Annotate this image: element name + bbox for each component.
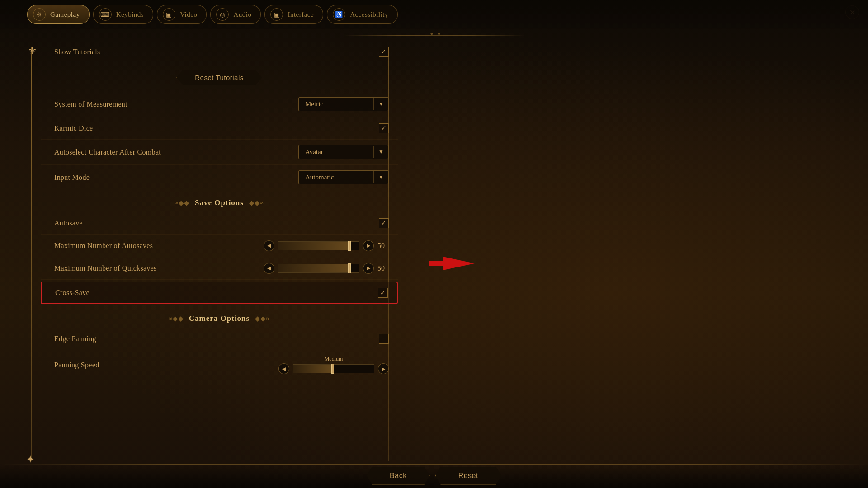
tab-audio-label: Audio [233, 11, 251, 19]
system-measurement-label: System of Measurement [54, 100, 127, 108]
back-button[interactable]: Back [367, 467, 430, 485]
panning-speed-decrease[interactable]: ◀ [278, 363, 289, 374]
keybinds-icon: ⌨ [99, 8, 112, 21]
autosave-label: Autosave [54, 219, 83, 227]
autosave-row: Autosave [41, 212, 398, 235]
input-mode-value: Automatic [299, 171, 373, 184]
tab-keybinds[interactable]: ⌨ Keybinds [93, 5, 154, 24]
edge-panning-row: Edge Panning [41, 328, 398, 350]
max-quicksaves-row: Maximum Number of Quicksaves ◀ ▶ 50 [41, 257, 398, 280]
panning-speed-control: ◀ ▶ [278, 363, 389, 374]
tab-interface-label: Interface [288, 11, 314, 19]
gameplay-icon: ⚙ [33, 8, 46, 21]
karmic-dice-row: Karmic Dice [41, 117, 398, 140]
max-autosaves-label: Maximum Number of Autosaves [54, 242, 153, 250]
tab-audio[interactable]: ◎ Audio [210, 5, 261, 24]
input-mode-dropdown[interactable]: Automatic ▼ [298, 170, 389, 184]
reset-tutorials-button[interactable]: Reset Tutorials [176, 70, 262, 85]
settings-panel: Show Tutorials Reset Tutorials System of… [41, 41, 398, 465]
camera-ornament-left: ≈◆◆ [169, 315, 184, 323]
tab-accessibility-label: Accessibility [350, 11, 388, 19]
system-measurement-value: Metric [299, 98, 373, 111]
left-accent-line [31, 47, 32, 461]
reset-button[interactable]: Reset [435, 467, 501, 485]
panning-speed-fill [293, 365, 334, 373]
interface-icon: ▣ [270, 8, 283, 21]
max-autosaves-decrease[interactable]: ◀ [264, 240, 274, 251]
cross-save-row: Cross-Save [41, 282, 398, 304]
max-quicksaves-handle [348, 263, 351, 273]
panning-speed-row: Panning Speed Medium ◀ ▶ [41, 350, 398, 380]
max-autosaves-track[interactable] [278, 241, 359, 250]
accessibility-icon: ♿ [333, 8, 345, 21]
tab-gameplay-label: Gameplay [50, 11, 80, 19]
video-icon: ▣ [163, 8, 175, 21]
camera-options-title: Camera Options [189, 314, 250, 323]
tab-gameplay[interactable]: ⚙ Gameplay [27, 5, 90, 24]
tab-interface[interactable]: ▣ Interface [264, 5, 323, 24]
max-quicksaves-track[interactable] [278, 264, 359, 273]
highlight-arrow [429, 257, 475, 270]
max-autosaves-fill [278, 242, 351, 250]
left-line-top-ornament: ⚜ [28, 45, 37, 57]
max-autosaves-handle [348, 241, 351, 251]
autoselect-character-value: Avatar [299, 145, 373, 159]
input-mode-row: Input Mode Automatic ▼ [41, 165, 398, 190]
save-options-title: Save Options [195, 198, 244, 207]
tab-video-label: Video [180, 11, 197, 19]
autoselect-character-row: Autoselect Character After Combat Avatar… [41, 140, 398, 165]
panning-speed-label: Panning Speed [54, 361, 99, 369]
max-autosaves-row: Maximum Number of Autosaves ◀ ▶ 50 [41, 235, 398, 257]
panning-speed-handle [331, 364, 334, 374]
tab-keybinds-label: Keybinds [116, 11, 144, 19]
edge-panning-label: Edge Panning [54, 335, 96, 343]
show-tutorials-row: Show Tutorials [41, 41, 398, 63]
camera-options-header: ≈◆◆ Camera Options ◆◆≈ [41, 306, 398, 328]
nav-bar: ⚙ Gameplay ⌨ Keybinds ▣ Video ◎ Audio ▣ … [0, 0, 868, 29]
input-mode-arrow: ▼ [373, 171, 388, 183]
max-quicksaves-value: 50 [377, 264, 389, 272]
reset-tutorials-row: Reset Tutorials [41, 63, 398, 92]
audio-icon: ◎ [216, 8, 229, 21]
cross-save-label: Cross-Save [55, 289, 90, 297]
bottom-bar: Back Reset [0, 463, 868, 488]
save-options-header: ≈◆◆ Save Options ◆◆≈ [41, 190, 398, 212]
autosave-checkbox[interactable] [379, 218, 389, 228]
autoselect-character-dropdown[interactable]: Avatar ▼ [298, 145, 389, 159]
system-measurement-arrow: ▼ [373, 98, 388, 110]
max-autosaves-value: 50 [377, 242, 389, 250]
cross-save-checkbox[interactable] [378, 288, 388, 298]
panning-speed-value-label: Medium [325, 356, 343, 362]
edge-panning-checkbox[interactable] [379, 334, 389, 344]
max-quicksaves-fill [278, 264, 351, 272]
max-quicksaves-control: ◀ ▶ 50 [264, 263, 389, 274]
autoselect-arrow: ▼ [373, 146, 388, 158]
max-quicksaves-increase[interactable]: ▶ [363, 263, 374, 274]
max-quicksaves-decrease[interactable]: ◀ [264, 263, 274, 274]
arrow-shape [429, 257, 475, 270]
show-tutorials-label: Show Tutorials [54, 48, 100, 56]
system-measurement-dropdown[interactable]: Metric ▼ [298, 97, 389, 111]
autoselect-character-label: Autoselect Character After Combat [54, 148, 161, 156]
karmic-dice-label: Karmic Dice [54, 124, 93, 132]
tab-accessibility[interactable]: ♿ Accessibility [327, 5, 398, 24]
save-options-ornament-left: ≈◆◆ [175, 199, 189, 207]
show-tutorials-checkbox[interactable] [379, 47, 389, 57]
save-options-ornament-right: ◆◆≈ [249, 199, 264, 207]
input-mode-label: Input Mode [54, 174, 90, 182]
panning-speed-increase[interactable]: ▶ [378, 363, 389, 374]
camera-ornament-right: ◆◆≈ [255, 315, 270, 323]
karmic-dice-checkbox[interactable] [379, 123, 389, 133]
max-autosaves-increase[interactable]: ▶ [363, 240, 374, 251]
system-measurement-row: System of Measurement Metric ▼ [41, 92, 398, 117]
tab-video[interactable]: ▣ Video [157, 5, 207, 24]
max-autosaves-control: ◀ ▶ 50 [264, 240, 389, 251]
max-quicksaves-label: Maximum Number of Quicksaves [54, 264, 157, 272]
panning-speed-track[interactable] [293, 364, 374, 373]
